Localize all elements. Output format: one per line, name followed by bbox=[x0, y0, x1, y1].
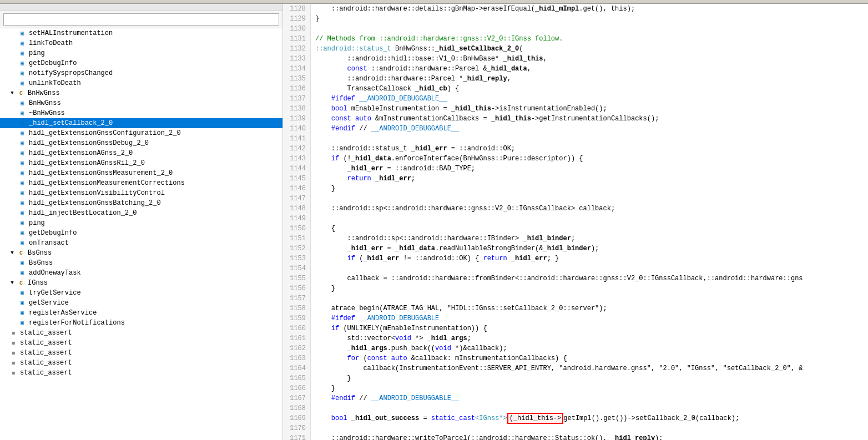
code-line bbox=[315, 403, 864, 413]
line-number: 1139 bbox=[287, 114, 306, 124]
tree-item-unlinkToDeath[interactable]: ▣unlinkToDeath bbox=[0, 78, 282, 88]
tree-item-onTransact[interactable]: ▣onTransact bbox=[0, 238, 282, 248]
line-number: 1145 bbox=[287, 174, 306, 184]
line-number: 1170 bbox=[287, 423, 306, 433]
code-line: #endif // __ANDROID_DEBUGGABLE__ bbox=[315, 124, 864, 134]
tree-item-notifySyspropsChanged[interactable]: ▣notifySyspropsChanged bbox=[0, 68, 282, 78]
line-number: 1158 bbox=[287, 304, 306, 313]
line-number: 1142 bbox=[287, 144, 306, 154]
field-icon: ▣ bbox=[18, 199, 27, 208]
item-label: hidl_getExtensionGnssBatching_2_0 bbox=[29, 199, 161, 207]
tree-item-static_assert3[interactable]: ◼static_assert bbox=[0, 348, 282, 358]
tree-view[interactable]: ▣setHALInstrumentation▣linkToDeath▣ping▣… bbox=[0, 28, 282, 440]
tree-item-tilde_BnHwGnss[interactable]: ▣~BnHwGnss bbox=[0, 108, 282, 118]
tree-item-hidl_getExtensionGnssBatching_2_0[interactable]: ▣hidl_getExtensionGnssBatching_2_0 bbox=[0, 198, 282, 208]
tree-item-hidl_getExtensionAGnssRil_2_0[interactable]: ▣hidl_getExtensionAGnssRil_2_0 bbox=[0, 158, 282, 168]
item-label: IGnss bbox=[28, 279, 48, 287]
field-icon: ▣ bbox=[18, 129, 27, 138]
field-icon: ▣ bbox=[18, 259, 27, 267]
code-area[interactable]: 1128112911301131113211331134113511361137… bbox=[283, 4, 868, 440]
code-line: bool _hidl_out_success = static_cast<IGn… bbox=[315, 413, 864, 423]
static-icon: ◼ bbox=[9, 338, 18, 347]
item-label: hidl_getExtensionGnssConfiguration_2_0 bbox=[29, 129, 181, 137]
tree-item-hidl_getExtensionAGnss_2_0[interactable]: ▣hidl_getExtensionAGnss_2_0 bbox=[0, 148, 282, 158]
item-label: ping bbox=[29, 219, 45, 227]
tree-item-BnHwGnss[interactable]: ▼CBnHwGnss bbox=[0, 88, 282, 98]
search-box bbox=[0, 11, 282, 28]
tree-item-hidl_getExtensionGnssDebug_2_0[interactable]: ▣hidl_getExtensionGnssDebug_2_0 bbox=[0, 138, 282, 148]
line-number: 1171 bbox=[287, 433, 306, 440]
code-line bbox=[315, 134, 864, 144]
item-label: hidl_getExtensionAGnssRil_2_0 bbox=[29, 159, 145, 167]
line-number: 1160 bbox=[287, 323, 306, 333]
tree-item-static_assert4[interactable]: ◼static_assert bbox=[0, 358, 282, 368]
line-number: 1144 bbox=[287, 164, 306, 174]
item-label: getDebugInfo bbox=[29, 59, 77, 67]
tree-item-ping[interactable]: ▣ping bbox=[0, 48, 282, 58]
tree-item-hidl_injectBestLocation_2_0[interactable]: ▣hidl_injectBestLocation_2_0 bbox=[0, 208, 282, 218]
code-line: ::android::status_t _hidl_err = ::androi… bbox=[315, 144, 864, 154]
tree-item-setHALInstrumentation[interactable]: ▣setHALInstrumentation bbox=[0, 28, 282, 38]
code-line: ::android::sp<::android::hardware::IBind… bbox=[315, 234, 864, 244]
line-number: 1133 bbox=[287, 54, 306, 64]
item-label: addOnewayTask bbox=[29, 269, 81, 277]
line-number: 1130 bbox=[287, 24, 306, 34]
expand-icon: ▼ bbox=[9, 250, 16, 256]
line-number: 1147 bbox=[287, 194, 306, 204]
tree-item-static_assert1[interactable]: ◼static_assert bbox=[0, 328, 282, 338]
tree-item-getDebugInfo2[interactable]: ▣getDebugInfo bbox=[0, 228, 282, 238]
item-label: hidl_getExtensionGnssDebug_2_0 bbox=[29, 139, 149, 147]
field-icon: ▣ bbox=[18, 239, 27, 247]
line-number: 1155 bbox=[287, 274, 306, 284]
tree-item-static_assert5[interactable]: ◼static_assert bbox=[0, 368, 282, 378]
tree-item-hidl_getExtensionGnssMeasurement_2_0[interactable]: ▣hidl_getExtensionGnssMeasurement_2_0 bbox=[0, 168, 282, 178]
code-content: ::android::hardware::details::gBnMap->er… bbox=[311, 4, 868, 440]
code-line: atrace_begin(ATRACE_TAG_HAL, "HIDL::IGns… bbox=[315, 304, 864, 313]
tree-item-tryGetService[interactable]: ▣tryGetService bbox=[0, 288, 282, 298]
item-label: static_assert bbox=[20, 349, 72, 357]
tree-item-hidl_setCallback_2_0[interactable]: ▣_hidl_setCallback_2_0 bbox=[0, 118, 282, 128]
main-window: ▣setHALInstrumentation▣linkToDeath▣ping▣… bbox=[0, 0, 868, 440]
tree-item-IGnss[interactable]: ▼CIGnss bbox=[0, 278, 282, 288]
tree-item-static_assert2[interactable]: ◼static_assert bbox=[0, 338, 282, 348]
tree-item-registerAsService[interactable]: ▣registerAsService bbox=[0, 308, 282, 318]
line-number: 1146 bbox=[287, 184, 306, 194]
field-icon: ▣ bbox=[18, 189, 27, 198]
tree-item-hidl_getExtensionGnssConfiguration_2_0[interactable]: ▣hidl_getExtensionGnssConfiguration_2_0 bbox=[0, 128, 282, 138]
field-icon: ▣ bbox=[18, 109, 27, 118]
tree-item-BsGnss_inner[interactable]: ▣BsGnss bbox=[0, 258, 282, 268]
search-input[interactable] bbox=[3, 13, 279, 26]
line-number: 1168 bbox=[287, 403, 306, 413]
tree-item-hidl_getExtensionVisibilityControl[interactable]: ▣hidl_getExtensionVisibilityControl bbox=[0, 188, 282, 198]
tree-item-hidl_getExtensionMeasurementCorrections[interactable]: ▣hidl_getExtensionMeasurementCorrections bbox=[0, 178, 282, 188]
tree-item-linkToDeath[interactable]: ▣linkToDeath bbox=[0, 38, 282, 48]
code-line: if (!_hidl_data.enforceInterface(BnHwGns… bbox=[315, 154, 864, 164]
tree-item-getDebugInfo[interactable]: ▣getDebugInfo bbox=[0, 58, 282, 68]
item-label: onTransact bbox=[29, 239, 69, 247]
line-number: 1129 bbox=[287, 14, 306, 24]
tree-item-getService[interactable]: ▣getService bbox=[0, 298, 282, 308]
code-line: } bbox=[315, 284, 864, 294]
code-line: } bbox=[315, 373, 864, 383]
item-label: tryGetService bbox=[29, 289, 81, 297]
tree-item-ping2[interactable]: ▣ping bbox=[0, 218, 282, 228]
tree-item-addOnewayTask[interactable]: ▣addOnewayTask bbox=[0, 268, 282, 278]
line-number: 1150 bbox=[287, 224, 306, 234]
code-line: { bbox=[315, 224, 864, 234]
line-number: 1148 bbox=[287, 204, 306, 214]
tree-item-BnHwGnss_inner[interactable]: ▣BnHwGnss bbox=[0, 98, 282, 108]
item-label: unlinkToDeath bbox=[29, 79, 81, 87]
code-line: ::android::status_t BnHwGnss::_hidl_setC… bbox=[315, 44, 864, 54]
line-number: 1141 bbox=[287, 134, 306, 144]
code-line: ::android::hardware::Parcel *_hidl_reply… bbox=[315, 74, 864, 84]
code-line bbox=[315, 264, 864, 274]
code-line: std::vector<void *> _hidl_args; bbox=[315, 333, 864, 343]
item-label: setHALInstrumentation bbox=[29, 29, 113, 37]
item-label: static_assert bbox=[20, 369, 72, 377]
tree-item-BsGnss[interactable]: ▼CBsGnss bbox=[0, 248, 282, 258]
item-label: notifySyspropsChanged bbox=[29, 69, 113, 77]
tree-item-registerForNotifications[interactable]: ▣registerForNotifications bbox=[0, 318, 282, 328]
field-icon: ▣ bbox=[18, 69, 27, 78]
item-label: BnHwGnss bbox=[29, 99, 61, 107]
line-number: 1156 bbox=[287, 284, 306, 294]
